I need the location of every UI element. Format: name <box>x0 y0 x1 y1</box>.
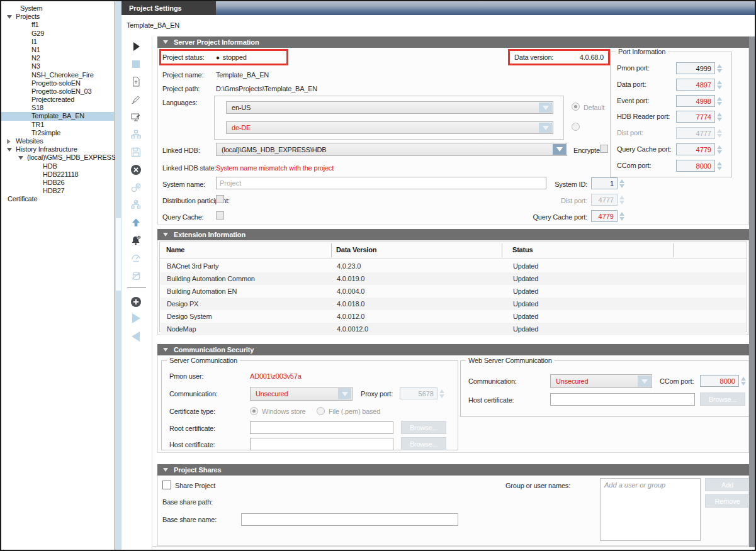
collapse-icon[interactable] <box>163 233 168 237</box>
query-cache-port-stepper[interactable]: 4779 <box>591 210 618 222</box>
table-row[interactable]: NodeMap 4.0.0012.0 Updated <box>161 323 746 335</box>
tree-item[interactable]: ff1 <box>1 21 114 29</box>
tree-item[interactable]: N1 <box>1 46 114 54</box>
tree-item[interactable]: HDB <box>1 162 114 170</box>
remove-user-button[interactable]: Remove <box>705 494 750 508</box>
right-scrollbar[interactable] <box>749 36 756 547</box>
table-row[interactable]: Desigo PX 4.0.018.0 Updated <box>161 298 746 310</box>
ccom-port-stepper[interactable]: 8000 <box>676 160 715 172</box>
dist-port-spin-arrows[interactable] <box>618 194 625 206</box>
tree-item[interactable]: System <box>1 4 114 13</box>
language-primary-dropdown[interactable]: en-US <box>226 101 553 114</box>
tree-item[interactable]: Progetto-soloEN <box>1 79 114 87</box>
secondary-language-radio[interactable] <box>572 123 580 131</box>
dist-port-stepper[interactable]: 4777 <box>591 194 618 206</box>
vertical-scrollbar[interactable] <box>115 1 121 550</box>
tree-item[interactable]: N3 <box>1 62 114 70</box>
tree-item[interactable]: TR1 <box>1 121 114 129</box>
web-communication-dropdown[interactable]: Unsecured <box>550 374 652 388</box>
add-user-button[interactable]: Add <box>705 478 750 491</box>
save-icon[interactable] <box>128 145 144 160</box>
chevron-down-icon[interactable] <box>338 388 351 399</box>
link-project-icon[interactable] <box>128 127 144 142</box>
root-certificate-browse-button[interactable]: Browse... <box>401 421 446 434</box>
table-row[interactable]: Desigo System 4.0.012.0 Updated <box>161 310 746 323</box>
pmon-port-stepper[interactable]: 4999 <box>676 62 715 74</box>
tree-item[interactable]: (local)\GMS_HDB_EXPRESS <box>1 153 114 162</box>
base-share-name-input[interactable] <box>241 513 458 526</box>
language-secondary-dropdown[interactable]: de-DE <box>226 121 553 134</box>
tree-item[interactable]: History Infrastructure <box>1 145 114 153</box>
tree-item[interactable]: S18 <box>1 104 114 112</box>
navigate-next-icon[interactable] <box>128 311 144 326</box>
ccom-port-spin-arrows[interactable] <box>716 160 723 172</box>
section-header-project-shares[interactable]: Project Shares <box>157 464 749 476</box>
chevron-down-icon[interactable] <box>18 156 23 160</box>
database-icon[interactable] <box>128 269 144 284</box>
distribution-participant-checkbox[interactable] <box>216 195 224 203</box>
hdb-reader-port-stepper[interactable]: 7774 <box>676 111 715 123</box>
dist-port-info-stepper[interactable]: 4777 <box>676 127 715 139</box>
disable-notifications-icon[interactable] <box>128 233 144 248</box>
tree-item[interactable]: HDB27 <box>1 187 114 195</box>
dist-port-info-spin-arrows[interactable] <box>716 127 723 139</box>
tab-project-settings[interactable]: Project Settings <box>121 1 216 15</box>
event-port-spin-arrows[interactable] <box>716 95 723 107</box>
tree-item[interactable]: Websites <box>1 137 114 145</box>
navigate-previous-icon[interactable] <box>128 329 144 344</box>
stop-project-icon[interactable] <box>128 57 144 72</box>
linked-hdb-dropdown[interactable]: (local)\GMS_HDB_EXPRESS\HDB <box>216 143 567 156</box>
tree-item-selected[interactable]: Template_BA_EN <box>1 112 114 120</box>
scrollbar-thumb[interactable] <box>116 218 121 291</box>
chevron-down-icon[interactable] <box>553 144 566 155</box>
chevron-down-icon[interactable] <box>7 148 12 152</box>
section-header-comm-security[interactable]: Communication Security <box>157 344 749 355</box>
tree-item[interactable]: Projects <box>1 13 114 21</box>
hdb-reader-port-spin-arrows[interactable] <box>716 111 723 123</box>
host-certificate-browse-button[interactable]: Browse... <box>401 437 446 450</box>
subtab-template-ba-en[interactable]: Template_BA_EN <box>127 21 179 29</box>
collapse-icon[interactable] <box>163 468 168 472</box>
system-id-spin-arrows[interactable] <box>618 177 625 189</box>
encrypted-checkbox[interactable] <box>600 145 608 153</box>
windows-store-radio[interactable] <box>250 407 258 415</box>
chevron-down-icon[interactable] <box>638 376 651 387</box>
web-ccom-port-stepper[interactable]: 8000 <box>700 375 739 387</box>
delete-project-icon[interactable] <box>128 162 144 177</box>
system-name-input[interactable] <box>216 177 546 189</box>
column-header-status[interactable]: Status <box>512 242 533 257</box>
web-ccom-port-spin-arrows[interactable] <box>740 375 747 387</box>
column-header-data-version[interactable]: Data Version <box>336 242 376 257</box>
data-port-stepper[interactable]: 4897 <box>676 79 715 91</box>
query-cache-port-spin-arrows[interactable] <box>618 210 625 222</box>
restore-project-icon[interactable] <box>128 74 144 89</box>
group-user-names-input[interactable] <box>600 478 701 541</box>
history-recovery-icon[interactable] <box>128 251 144 266</box>
tree-item[interactable]: N2 <box>1 54 114 62</box>
tree-item[interactable]: I1 <box>1 38 114 46</box>
table-row[interactable]: Building Automation Common 4.0.019.0 Upd… <box>161 272 746 285</box>
file-pem-radio[interactable] <box>317 407 325 415</box>
query-cache-port-info-spin-arrows[interactable] <box>716 143 723 155</box>
server-communication-dropdown[interactable]: Unsecured <box>250 387 353 401</box>
data-port-spin-arrows[interactable] <box>716 79 723 91</box>
tree-item[interactable]: Certificate <box>1 195 114 203</box>
add-project-icon[interactable] <box>128 294 144 309</box>
column-header-name[interactable]: Name <box>166 242 184 257</box>
tree-item[interactable]: Projectcreated <box>1 96 114 104</box>
tree-item[interactable]: HDB26 <box>1 179 114 187</box>
web-host-certificate-input[interactable] <box>550 393 695 406</box>
upgrade-project-icon[interactable] <box>128 215 144 230</box>
section-header-extension-info[interactable]: Extension Information <box>157 229 749 240</box>
start-project-icon[interactable] <box>128 39 144 54</box>
share-project-checkbox[interactable] <box>162 481 171 489</box>
tree-item[interactable]: Tr2simple <box>1 129 114 137</box>
tree-item[interactable]: Progetto-soloEN_03 <box>1 87 114 96</box>
event-port-stepper[interactable]: 4998 <box>676 95 715 107</box>
collapse-icon[interactable] <box>163 40 168 44</box>
tree-item[interactable]: G29 <box>1 30 114 38</box>
default-language-radio[interactable] <box>572 103 580 111</box>
host-certificate-input[interactable] <box>250 438 393 450</box>
system-id-stepper[interactable]: 1 <box>591 177 618 189</box>
web-host-certificate-browse-button[interactable]: Browse... <box>700 392 745 406</box>
